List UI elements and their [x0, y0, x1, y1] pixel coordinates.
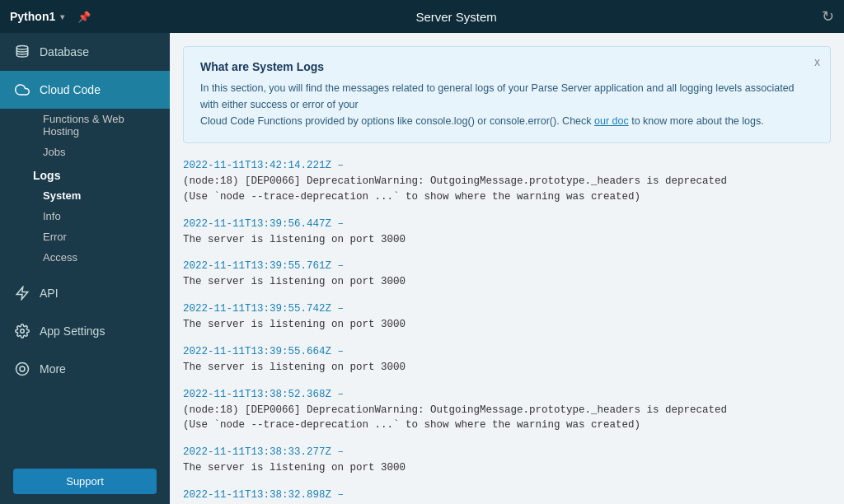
- log-timestamp: 2022-11-11T13:39:56.447Z –: [183, 218, 831, 230]
- sidebar: Database Cloud Code Functions & Web Host…: [0, 33, 170, 504]
- log-timestamp: 2022-11-11T13:39:55.742Z –: [183, 303, 831, 315]
- app-chevron-icon: ▾: [60, 12, 64, 21]
- log-entry: 2022-11-11T13:38:32.898Z –: [183, 489, 831, 501]
- log-timestamp: 2022-11-11T13:38:52.368Z –: [183, 389, 831, 400]
- log-container: 2022-11-11T13:42:14.221Z –(node:18) [DEP…: [183, 160, 831, 501]
- header: Python1 ▾ 📌 Server System ↻: [0, 0, 844, 33]
- log-entry: 2022-11-11T13:39:55.761Z –The server is …: [183, 260, 831, 290]
- submenu-logs-access[interactable]: Access: [16, 247, 170, 268]
- log-timestamp: 2022-11-11T13:39:55.761Z –: [183, 260, 831, 272]
- page-title: Server System: [415, 10, 496, 24]
- support-button[interactable]: Support: [13, 469, 157, 494]
- log-entry: 2022-11-11T13:38:33.277Z –The server is …: [183, 446, 831, 476]
- info-box-text: In this section, you will find the messa…: [200, 80, 814, 129]
- layout: Database Cloud Code Functions & Web Host…: [0, 33, 844, 504]
- sidebar-item-database-label: Database: [40, 45, 89, 58]
- log-message: (node:18) [DEP0066] DeprecationWarning: …: [183, 403, 831, 418]
- sidebar-nav: Database Cloud Code Functions & Web Host…: [0, 33, 170, 459]
- info-box-title: What are System Logs: [200, 60, 814, 73]
- info-box: What are System Logs In this section, yo…: [183, 46, 831, 143]
- app-selector[interactable]: Python1 ▾: [10, 10, 64, 23]
- sidebar-item-cloud-code[interactable]: Cloud Code: [0, 71, 170, 109]
- svg-marker-1: [16, 287, 28, 300]
- log-entry: 2022-11-11T13:39:55.664Z –The server is …: [183, 346, 831, 376]
- app-name: Python1: [10, 10, 55, 23]
- log-timestamp: 2022-11-11T13:42:14.221Z –: [183, 160, 831, 171]
- submenu-logs-info[interactable]: Info: [16, 206, 170, 226]
- sidebar-item-api[interactable]: API: [0, 274, 170, 312]
- log-entry: 2022-11-11T13:39:56.447Z –The server is …: [183, 218, 831, 248]
- logs-section-label: Logs: [16, 162, 170, 185]
- database-icon: [13, 43, 31, 61]
- log-message: (node:18) [DEP0066] DeprecationWarning: …: [183, 174, 831, 189]
- submenu-logs-error[interactable]: Error: [16, 226, 170, 247]
- sidebar-item-more[interactable]: More: [0, 350, 170, 388]
- sidebar-item-app-settings-label: App Settings: [40, 324, 105, 338]
- log-message: The server is listening on port 3000: [183, 360, 831, 376]
- log-entry: 2022-11-11T13:39:55.742Z –The server is …: [183, 303, 831, 333]
- log-message: The server is listening on port 3000: [183, 460, 831, 476]
- submenu-functions[interactable]: Functions & Web Hosting: [16, 109, 170, 142]
- submenu-jobs[interactable]: Jobs: [16, 142, 170, 162]
- log-message: (Use `node --trace-deprecation ...` to s…: [183, 418, 831, 433]
- svg-point-3: [16, 363, 29, 376]
- svg-point-2: [21, 329, 25, 334]
- svg-point-4: [20, 366, 25, 371]
- sidebar-item-database[interactable]: Database: [0, 33, 170, 71]
- sidebar-item-cloud-code-label: Cloud Code: [40, 83, 101, 96]
- log-message: The server is listening on port 3000: [183, 232, 831, 248]
- main-content: What are System Logs In this section, yo…: [170, 33, 844, 504]
- pin-icon[interactable]: 📌: [77, 11, 91, 23]
- settings-icon: [13, 322, 31, 340]
- api-icon: [13, 284, 31, 302]
- refresh-icon[interactable]: ↻: [822, 7, 834, 26]
- log-entry: 2022-11-11T13:38:52.368Z –(node:18) [DEP…: [183, 389, 831, 434]
- log-message: (Use `node --trace-deprecation ...` to s…: [183, 189, 831, 205]
- sidebar-item-api-label: API: [40, 287, 59, 300]
- doc-link[interactable]: our doc: [594, 115, 629, 127]
- more-icon: [13, 360, 31, 378]
- svg-point-0: [16, 46, 28, 50]
- log-timestamp: 2022-11-11T13:39:55.664Z –: [183, 346, 831, 357]
- log-timestamp: 2022-11-11T13:38:32.898Z –: [183, 489, 831, 501]
- submenu-logs-system[interactable]: System: [16, 185, 170, 206]
- sidebar-item-app-settings[interactable]: App Settings: [0, 312, 170, 350]
- sidebar-item-more-label: More: [40, 362, 66, 376]
- cloud-code-icon: [13, 81, 31, 99]
- log-timestamp: 2022-11-11T13:38:33.277Z –: [183, 446, 831, 458]
- log-message: The server is listening on port 3000: [183, 317, 831, 333]
- cloud-code-submenu: Functions & Web Hosting Jobs Logs System…: [0, 109, 170, 268]
- log-entry: 2022-11-11T13:42:14.221Z –(node:18) [DEP…: [183, 160, 831, 205]
- log-message: The server is listening on port 3000: [183, 274, 831, 290]
- info-box-close-button[interactable]: x: [814, 55, 820, 68]
